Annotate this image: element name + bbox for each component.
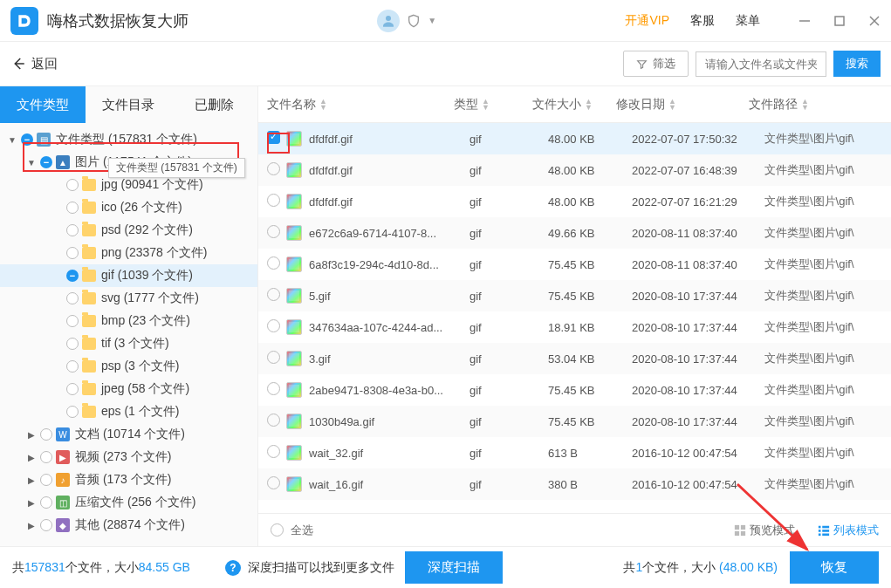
row-checkbox[interactable] (267, 162, 283, 178)
file-date: 2020-08-10 17:37:44 (632, 290, 764, 303)
tree-item[interactable]: svg (1777 个文件) (0, 287, 257, 310)
tree-audio[interactable]: ▶♪音频 (173 个文件) (0, 468, 257, 491)
check-empty-icon[interactable] (66, 292, 79, 304)
row-checkbox[interactable] (267, 414, 283, 429)
file-name: wait_32.gif (309, 447, 469, 460)
support-link[interactable]: 客服 (690, 13, 715, 29)
check-empty-icon[interactable] (66, 338, 79, 350)
table-row[interactable]: 2abe9471-8308-4e3a-b0...gif75.45 KB2020-… (258, 374, 891, 406)
check-empty-icon[interactable] (66, 202, 79, 214)
col-type[interactable]: 类型▲▼ (454, 97, 532, 113)
tree-item[interactable]: jpeg (58 个文件) (0, 378, 257, 400)
row-checkbox[interactable] (267, 256, 283, 272)
tree-archive[interactable]: ▶◫压缩文件 (256 个文件) (0, 491, 257, 514)
row-checkbox[interactable] (267, 131, 283, 147)
check-empty-icon[interactable] (66, 383, 79, 395)
table-row[interactable]: dfdfdf.gifgif48.00 KB2022-07-07 16:48:39… (258, 154, 891, 186)
row-checkbox[interactable] (267, 351, 283, 366)
tree-item-label: gif (1039 个文件) (101, 268, 193, 284)
row-checkbox[interactable] (267, 476, 283, 492)
shield-icon[interactable] (405, 12, 422, 30)
check-empty-icon[interactable] (40, 519, 52, 531)
table-row[interactable]: 347634aa-107c-4244-ad...gif18.91 KB2020-… (258, 311, 891, 343)
tree-item[interactable]: bmp (23 个文件) (0, 310, 257, 332)
folder-icon (82, 202, 96, 214)
table-row[interactable]: e672c6a9-6714-4107-8...gif49.66 KB2020-0… (258, 217, 891, 249)
tree-item[interactable]: psp (3 个文件) (0, 355, 257, 378)
svg-rect-11 (819, 530, 821, 532)
select-all-checkbox[interactable] (271, 523, 284, 537)
tree-item[interactable]: png (23378 个文件) (0, 242, 257, 264)
check-empty-icon[interactable] (66, 360, 79, 373)
tree-docs[interactable]: ▶W文档 (10714 个文件) (0, 423, 257, 446)
check-empty-icon[interactable] (66, 179, 79, 191)
account-dropdown-icon[interactable]: ▼ (428, 16, 436, 25)
row-checkbox[interactable] (267, 288, 283, 304)
table-row[interactable]: 6a8f3c19-294c-4d10-8d...gif75.45 KB2020-… (258, 249, 891, 280)
maximize-button[interactable] (832, 13, 847, 29)
deep-scan-button[interactable]: 深度扫描 (405, 551, 503, 584)
table-row[interactable]: dfdfdf.gifgif48.00 KB2022-07-07 16:21:29… (258, 186, 891, 217)
check-empty-icon[interactable] (66, 315, 79, 327)
check-empty-icon[interactable] (40, 451, 52, 463)
tab-file-type[interactable]: 文件类型 (0, 86, 86, 123)
check-empty-icon[interactable] (40, 428, 52, 441)
row-checkbox[interactable] (267, 445, 283, 461)
file-icon (286, 194, 302, 209)
tree-item[interactable]: psd (292 个文件) (0, 219, 257, 242)
tree-root[interactable]: ▼ − ▤ 文件类型 (157831 个文件) (0, 128, 257, 151)
tree-item[interactable]: tif (3 个文件) (0, 332, 257, 355)
col-date[interactable]: 修改日期▲▼ (616, 97, 749, 113)
row-checkbox[interactable] (267, 225, 283, 241)
recover-button[interactable]: 恢复 (790, 551, 879, 584)
back-button[interactable]: 返回 (10, 56, 58, 72)
table-row[interactable]: wait_32.gifgif613 B2016-10-12 00:47:54文件… (258, 437, 891, 468)
file-icon (286, 162, 302, 178)
sort-icon: ▲▼ (668, 99, 676, 111)
expand-icon[interactable]: ▼ (26, 158, 37, 168)
check-partial-icon[interactable]: − (66, 270, 79, 282)
tree-item[interactable]: ico (26 个文件) (0, 196, 257, 219)
file-size: 613 B (548, 447, 632, 460)
check-partial-icon[interactable]: − (40, 156, 52, 168)
row-checkbox[interactable] (267, 194, 283, 209)
search-input[interactable] (696, 51, 826, 77)
filter-button[interactable]: 筛选 (623, 51, 689, 77)
list-mode-toggle[interactable]: 列表模式 (818, 523, 879, 538)
menu-link[interactable]: 菜单 (736, 13, 760, 29)
search-button[interactable]: 搜索 (833, 51, 881, 77)
preview-mode-toggle[interactable]: 预览模式 (734, 523, 795, 538)
tree-other[interactable]: ▶◆其他 (28874 个文件) (0, 514, 257, 537)
table-row[interactable]: 3.gifgif53.04 KB2020-08-10 17:37:44文件类型\… (258, 343, 891, 374)
table-row[interactable]: 1030b49a.gifgif75.45 KB2020-08-10 17:37:… (258, 406, 891, 437)
close-button[interactable] (867, 13, 882, 29)
vip-link[interactable]: 开通VIP (625, 13, 669, 29)
col-size[interactable]: 文件大小▲▼ (532, 97, 616, 113)
check-empty-icon[interactable] (66, 247, 79, 259)
tree-item[interactable]: eps (1 个文件) (0, 400, 257, 423)
check-empty-icon[interactable] (66, 224, 79, 236)
tab-file-dir[interactable]: 文件目录 (86, 86, 171, 123)
col-name[interactable]: 文件名称▲▼ (267, 97, 454, 113)
table-row[interactable]: 5.gifgif75.45 KB2020-08-10 17:37:44文件类型\… (258, 280, 891, 311)
tab-deleted[interactable]: 已删除 (172, 86, 257, 123)
table-row[interactable]: wait_16.gifgif380 B2016-10-12 00:47:54文件… (258, 468, 891, 500)
avatar-icon[interactable] (377, 10, 400, 32)
svg-rect-5 (735, 524, 739, 529)
check-partial-icon[interactable]: − (21, 133, 33, 146)
check-empty-icon[interactable] (40, 496, 52, 509)
minimize-button[interactable] (797, 13, 812, 29)
check-empty-icon[interactable] (66, 406, 79, 418)
table-row[interactable]: dfdfdf.gifgif48.00 KB2022-07-07 17:50:32… (258, 123, 891, 154)
folder-icon (82, 360, 96, 373)
tree-audio-label: 音频 (173 个文件) (75, 472, 171, 488)
row-checkbox[interactable] (267, 382, 283, 398)
expand-icon[interactable]: ▼ (7, 135, 17, 145)
tree-video[interactable]: ▶▶视频 (273 个文件) (0, 446, 257, 468)
row-checkbox[interactable] (267, 319, 283, 335)
tree-item[interactable]: −gif (1039 个文件) (0, 264, 257, 287)
col-path[interactable]: 文件路径▲▼ (749, 97, 891, 113)
file-icon (286, 288, 302, 304)
folder-icon (82, 383, 96, 395)
check-empty-icon[interactable] (40, 474, 52, 486)
